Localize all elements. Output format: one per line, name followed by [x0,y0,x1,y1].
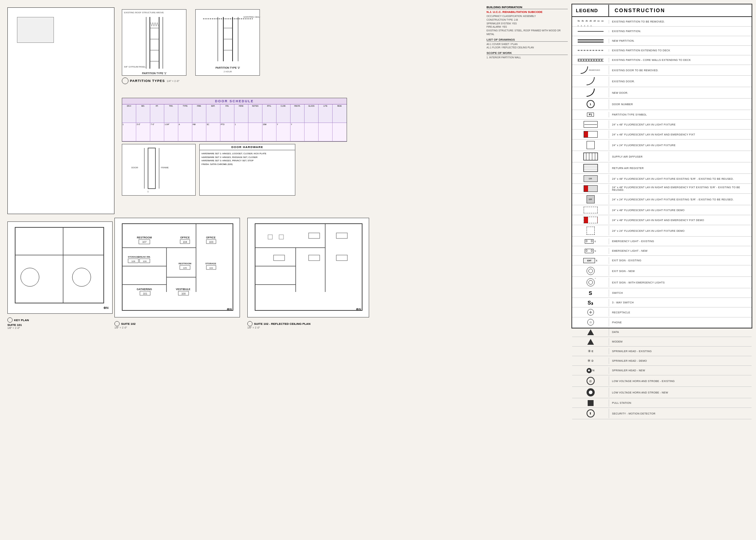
svg-text:RESTROOM: RESTROOM [179,262,192,265]
door-data-row1-col11: 20M [262,123,276,141]
legend-desc-exit-sign-emerg: EXIT SIGN - WITH EMERGENCY LIGHTS [609,281,668,285]
svg-text:2 HOUR: 2 HOUR [224,70,232,73]
legend-desc-sprinkler-demo: SPRINKLER HEAD - DEMO [609,359,650,363]
door-col-header-16: REM. [333,104,347,123]
legend-desc-return-air: RETURN AIR REGISTER [609,166,647,170]
suite101-plan: ⊕N [7,221,113,314]
legend-desc-emerg-light-new: EMERGENCY LIGHT - NEW [609,249,650,253]
data-triangle-symbol [587,329,594,335]
demo-emerg-fixture [584,217,598,223]
legend-item-sprinkler-demo: ✳ D SPRINKLER HEAD - DEMO [572,356,752,366]
suite102-floor-plan: RESTROOM 107 STORAGE 108 BREAK RM. 106 O… [114,218,240,317]
suite102-plan-label: SUITE 102 [121,322,135,326]
door-col-header-4: THK. [164,104,178,123]
legend-item-pull-station: PULL STATION [572,398,752,408]
svg-text:FRAME: FRAME [161,166,169,169]
legend-item-demo-emerg: 24" x 48" FLUORESCENT LAY-IN NIGHT AND E… [572,215,752,225]
suite101-name-label: SUITE 101 [7,323,29,327]
modem-triangle-symbol [587,339,594,345]
svg-rect-82 [309,233,320,238]
legend-desc-sprinkler-existing: SPRINKLER HEAD - EXISTING [609,349,654,353]
demo-2x4-fixture [584,207,598,213]
legend-item-existing-partition-removed: x x x x x EXISTING PARTITION TO BE REMOV… [572,17,752,27]
door-data-row1-col3: 7'-0" [150,123,164,141]
legend-title-left: LEGEND [572,5,609,16]
svg-text:STORAGE: STORAGE [128,256,139,258]
legend-item-exit-sign-new: EXIT SIGN - NEW [572,265,752,277]
2x4-emerg-fixture [584,131,598,138]
suite102-rcp: ⊕N [247,218,369,317]
legend-item-existing-reuse-2x2: E/R 24" x 24" FLUORESCENT LAY-IN LIGHT F… [572,194,752,205]
legend-item-existing-reuse-2x4: E/R 24" x 48" FLUORESCENT LAY-IN LIGHT F… [572,174,752,184]
legend-desc-existing-removed: EXISTING PARTITION TO BE REMOVED. [609,20,668,24]
existing-reuse-2x4-fixture: E/R [584,175,598,182]
legend-desc-existing-reuse-2x2: 24" x 24" FLUORESCENT LAY-IN LIGHT FIXTU… [609,197,737,202]
legend-symbol-emerg-light-new: N [572,248,609,254]
door-data-row1-col4: 1-3/4" [164,123,178,141]
legend-desc-data: DATA [609,330,622,334]
legend-item-door-number: 1 DOOR NUMBER [572,99,752,110]
legend-item-existing-reuse-emerg: 24" x 48" FLUORESCENT LAY-IN NIGHT AND E… [572,184,752,194]
door-data-row1-col10 [248,123,262,141]
legend-desc-receptacle: RECEPTACLE [609,310,633,314]
legend-desc-motion-detector: SECURITY - MOTION DETECTOR [609,412,659,416]
door-schedule-area: DOOR SCHEDULE DR.# WD. HT. THK. TYPE FRM… [122,98,347,142]
phone-symbol: ☆ [587,319,594,326]
svg-text:108: 108 [131,260,135,262]
door-data-row1-col5: A [178,123,192,141]
legend-item-return-air: RETURN AIR REGISTER [572,162,752,174]
removed-line-symbol: x x x x x [578,21,604,23]
legend-desc-demo-2x4: 24" x 48" FLUORESCENT LAY-IN LIGHT FIXTU… [609,208,688,212]
svg-rect-81 [274,255,285,261]
svg-point-13 [72,268,91,286]
legend-desc-phone: PHONE [609,320,625,324]
legend-title-right: CONSTRUCTION [609,4,671,16]
svg-rect-87 [279,235,284,239]
partition-type-2-drawing: PARTITION TYPE '2' 2 HOUR EXISTING CEILI… [195,9,260,76]
building-info-text: OCCUPANCY CLASSIFICATION: ASSEMBLY CONST… [487,14,568,36]
legend-item-demo-2x4: 24" x 48" FLUORESCENT LAY-IN LIGHT FIXTU… [572,205,752,215]
legend-desc-sprinkler-new: SPRINKLER HEAD - NEW [609,368,648,372]
door-data-row1-col8: PTD [220,123,234,141]
legend-item-existing-partition: EXISTING PARTITION. [572,27,752,36]
svg-text:100: 100 [181,292,186,295]
legend-desc-existing-reuse-emerg: 24" x 48" FLUORESCENT LAY-IN NIGHT AND E… [609,185,752,192]
return-air-register-symbol [583,164,598,172]
legend-item-partition-type: P1 PARTITION TYPE SYMBOL [572,110,752,120]
suite101-label-area: KEY PLAN SUITE 101 1/8" = 1'-0" [7,317,29,329]
legend-item-modem: MODEM [572,337,752,347]
svg-text:⊕N: ⊕N [227,307,232,311]
new-partition-double-line [578,39,604,42]
legend-symbol-core-walls [572,58,609,62]
2x4-light-fixture [584,121,598,128]
legend-symbol-exit-sign-existing: EXIT E [572,257,609,264]
emerg-light-new-symbol [585,249,594,253]
suite102-rcp-plan-label: SUITE 102 - REFLECTED CEILING PLAN [254,322,310,326]
legend-box: LEGEND CONSTRUCTION x x x x x EXISTING P… [571,4,752,329]
legend-item-data: DATA [572,327,752,337]
legend-symbol-existing-reuse-2x4: E/R [572,175,609,183]
legend-symbol-existing-removed: x x x x x [572,20,609,24]
legend-item-existing-to-deck: EXISTING PARTITION EXTENDING TO DECK [572,46,752,55]
legend-item-2x2-light: 24" x 24" FLUORESCENT LAY-IN LIGHT FIXTU… [572,140,752,151]
legend-item-emerg-light-existing: E EMERGENCY LIGHT - EXISTING [572,237,752,246]
horn-strobe-new-symbol [587,388,595,396]
legend-symbol-2x4-light [572,120,609,128]
door-number-circle: 1 [587,100,595,108]
legend-symbol-motion-detector: ⬆ [572,409,609,418]
legend-symbol-new-partition [572,39,609,43]
legend-symbol-receptacle [572,308,609,316]
door-col-header-12: CLSR. [276,104,291,123]
legend-symbol-existing-door [572,76,609,86]
legend-item-receptacle: RECEPTACLE [572,307,752,317]
suite102-floor-plan-svg: RESTROOM 107 STORAGE 108 BREAK RM. 106 O… [115,218,240,318]
door-removed-symbol [581,66,588,74]
svg-text:107: 107 [142,241,147,243]
svg-text:GATHERING: GATHERING [137,288,152,290]
legend-symbol-demo-2x2 [572,226,609,235]
legend-symbol-exit-sign-emerg: • [572,278,609,287]
receptacle-symbol [587,309,594,316]
door-data-row1-col13: Y [291,123,305,141]
door-data-row1-col16 [333,123,347,141]
door-col-header-7: MAT. [206,104,220,123]
